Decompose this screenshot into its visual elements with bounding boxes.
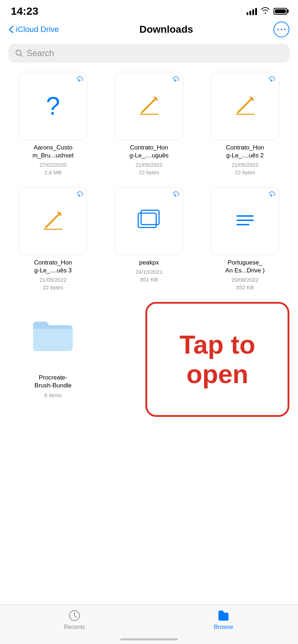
document-icon <box>231 206 259 236</box>
file-item[interactable]: peakpx 24/10/2021951 KB <box>105 187 194 291</box>
file-icon-question: ? <box>19 72 87 140</box>
signal-bars-icon <box>247 7 257 15</box>
pen-icon <box>135 91 163 121</box>
status-time: 14:23 <box>11 5 39 17</box>
files-grid-row2: Contrato_Hong-Le_....uês 3 21/05/202222 … <box>0 183 298 298</box>
cloud-download-icon <box>171 191 179 199</box>
nav-back-label: iCloud Drive <box>16 25 59 34</box>
file-name: Aarons_Custom_Bru...ushset <box>32 144 73 160</box>
file-item[interactable]: Contrato_Hong-Le_....uguês 21/05/202222 … <box>105 72 194 176</box>
svg-line-7 <box>238 98 252 112</box>
nav-bar: iCloud Drive Downloads <box>0 19 298 41</box>
cloud-download-icon <box>75 76 83 84</box>
file-item[interactable]: Contrato_Hong-Le_....uês 2 21/05/202222 … <box>200 72 289 176</box>
search-bar[interactable]: Search <box>9 44 289 63</box>
svg-point-0 <box>277 29 279 30</box>
cloud-download-icon <box>75 191 83 199</box>
pen-icon <box>39 206 67 236</box>
file-icon-folder <box>19 302 87 370</box>
file-name: Contrato_Hong-Le_....uês 3 <box>34 259 72 275</box>
file-meta: 24/10/2021951 KB <box>135 268 162 283</box>
file-name: peakpx <box>139 259 159 267</box>
cloud-download-icon <box>171 76 179 84</box>
home-indicator <box>120 638 178 640</box>
wifi-icon <box>261 7 270 15</box>
file-name: Contrato_Hong-Le_....uês 2 <box>226 144 264 160</box>
page-title: Downloads <box>139 24 193 35</box>
tap-to-open-overlay[interactable]: Tap to open <box>145 302 289 417</box>
file-item[interactable]: Procreate-Brush-Bundle 6 items <box>9 302 98 399</box>
file-icon-peakpx <box>115 187 183 255</box>
file-meta: 20/08/2022552 KB <box>231 276 258 291</box>
file-name: Contrato_Hong-Le_....uguês <box>130 144 169 160</box>
browse-icon <box>217 609 230 622</box>
cloud-download-icon <box>267 76 275 84</box>
row4-container: Procreate-Brush-Bundle 6 items Tap to op… <box>0 298 298 406</box>
svg-line-10 <box>46 213 60 227</box>
browse-label: Browse <box>214 624 233 630</box>
files-grid-row1: ? Aarons_Custom_Bru...ushset 27/02/20202… <box>0 68 298 183</box>
folder-icon <box>31 317 74 355</box>
question-mark-icon: ? <box>46 93 60 119</box>
file-icon-doc <box>211 187 279 255</box>
file-icon-pen-1 <box>115 72 183 140</box>
file-icon-pen-3 <box>19 187 87 255</box>
file-meta: 6 items <box>44 391 62 399</box>
status-bar: 14:23 <box>0 0 298 19</box>
search-placeholder: Search <box>27 48 54 58</box>
tap-to-open-text: Tap to open <box>147 330 288 390</box>
recents-icon <box>68 609 81 622</box>
file-item[interactable]: ? Aarons_Custom_Bru...ushset 27/02/20202… <box>9 72 98 176</box>
recents-label: Recents <box>64 624 85 630</box>
tab-browse[interactable]: Browse <box>149 609 298 630</box>
status-icons <box>247 7 287 15</box>
battery-icon <box>274 8 287 15</box>
file-icon-pen-2 <box>211 72 279 140</box>
file-name: Procreate-Brush-Bundle <box>35 374 72 390</box>
svg-line-4 <box>142 98 156 112</box>
file-meta: 27/02/20202,6 MB <box>40 161 67 176</box>
nav-back-button[interactable]: iCloud Drive <box>9 25 59 34</box>
pen-icon <box>231 91 259 121</box>
file-meta: 21/05/202222 bytes <box>231 161 258 176</box>
search-icon <box>15 49 23 57</box>
svg-point-2 <box>284 29 285 30</box>
search-container: Search <box>0 41 298 68</box>
file-name: Portuguese_An Es...Drive ) <box>225 259 265 275</box>
file-meta: 21/05/202222 bytes <box>40 276 67 291</box>
file-item[interactable]: Contrato_Hong-Le_....uês 3 21/05/202222 … <box>9 187 98 291</box>
more-options-button[interactable] <box>274 22 289 37</box>
cloud-download-icon <box>267 191 275 199</box>
file-item[interactable]: Portuguese_An Es...Drive ) 20/08/2022552… <box>200 187 289 291</box>
peakpx-icon <box>135 206 163 236</box>
svg-point-1 <box>281 29 282 30</box>
file-meta: 21/05/202222 bytes <box>135 161 162 176</box>
tab-recents[interactable]: Recents <box>0 609 149 630</box>
